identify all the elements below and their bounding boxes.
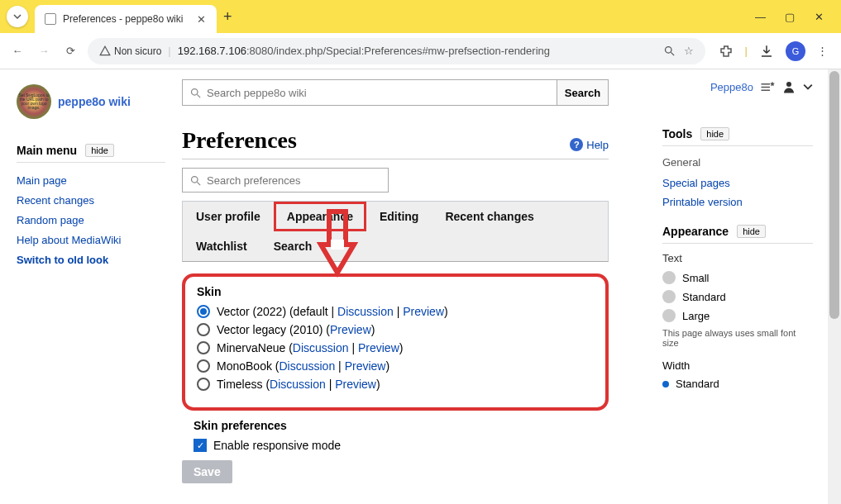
browser-titlebar: Preferences - peppe8o wiki ✕ + — ▢ ✕ [0, 0, 841, 33]
downloads-icon[interactable] [759, 44, 774, 59]
mm-random-page[interactable]: Random page [17, 214, 165, 226]
svg-rect-8 [762, 89, 771, 91]
security-badge[interactable]: Non sicuro [99, 45, 161, 57]
tab-appearance[interactable]: Appearance [274, 202, 366, 231]
close-window-button[interactable]: ✕ [815, 11, 826, 23]
skin-prefs-heading: Skin preferences [194, 419, 597, 432]
size-standard-label: Standard [682, 291, 726, 303]
special-pages-link[interactable]: Special pages [662, 177, 813, 189]
skin-option-monobook: MonoBook (Discussion | Preview) [197, 359, 594, 373]
checkbox-responsive[interactable]: ✓ [194, 439, 207, 452]
chevron-down-icon[interactable] [803, 82, 813, 92]
radio-timeless[interactable] [197, 378, 210, 391]
left-sidebar: Set $wgLogos to the URL path to your own… [0, 69, 182, 504]
skin-section-highlight: Skin Vector (2022) (default | Discussion… [182, 273, 609, 411]
mm-switch-look[interactable]: Switch to old look [17, 254, 165, 266]
appearance-hide[interactable]: hide [737, 225, 766, 238]
star-icon[interactable]: ☆ [684, 45, 694, 57]
preview-link[interactable]: Preview [335, 378, 376, 391]
radio-vectorlegacy[interactable] [197, 323, 210, 336]
svg-rect-6 [762, 83, 771, 85]
tools-title: Tools [662, 127, 692, 140]
svg-point-0 [665, 47, 671, 54]
preview-link[interactable]: Preview [358, 341, 399, 354]
main-content: Search Preferences ? Help User profile A… [182, 69, 628, 504]
close-icon[interactable]: ✕ [195, 13, 207, 26]
save-button[interactable]: Save [182, 460, 232, 483]
wiki-search-input[interactable] [207, 87, 550, 99]
size-large-radio[interactable] [662, 309, 676, 322]
browser-tab[interactable]: Preferences - peppe8o wiki ✕ [35, 5, 217, 33]
pref-search-box[interactable] [182, 168, 389, 193]
appearance-title: Appearance [662, 225, 729, 238]
scrollbar-thumb[interactable] [829, 71, 839, 319]
svg-point-9 [786, 82, 791, 87]
radio-monobook[interactable] [197, 359, 210, 373]
tab-editing[interactable]: Editing [366, 202, 432, 231]
discussion-link[interactable]: Discussion [280, 359, 336, 373]
radio-minerva[interactable] [197, 341, 210, 354]
main-menu-hide[interactable]: hide [85, 144, 114, 157]
radio-vector2022[interactable] [197, 305, 210, 318]
tab-watchlist[interactable]: Watchlist [183, 231, 260, 261]
tab-recent-changes[interactable]: Recent changes [432, 202, 547, 231]
watchlist-icon[interactable] [760, 80, 775, 94]
menu-icon[interactable]: ⋮ [817, 45, 828, 57]
help-link[interactable]: ? Help [570, 138, 609, 151]
tab-search[interactable]: Search [260, 231, 326, 261]
minimize-button[interactable]: — [755, 11, 767, 23]
size-standard-radio[interactable] [662, 290, 676, 303]
tools-hide[interactable]: hide [700, 127, 729, 140]
scrollbar[interactable] [828, 69, 841, 504]
wiki-search-button[interactable]: Search [557, 79, 609, 106]
svg-point-2 [192, 88, 198, 95]
tab-list-button[interactable] [7, 6, 28, 27]
wiki-logo: Set $wgLogos to the URL path to your own… [17, 84, 51, 119]
tab-user-profile[interactable]: User profile [183, 202, 274, 231]
profile-badge[interactable]: G [786, 41, 805, 61]
discussion-link[interactable]: Discussion [293, 341, 349, 354]
preview-link[interactable]: Preview [345, 359, 386, 373]
wiki-search-box[interactable] [182, 79, 557, 106]
mm-main-page[interactable]: Main page [17, 174, 165, 187]
size-small-radio[interactable] [662, 271, 676, 284]
size-small-label: Small [682, 272, 710, 284]
skin-option-vectorlegacy: Vector legacy (2010) (Preview) [197, 323, 594, 336]
browser-toolbar: ← → ⟳ Non sicuro | 192.168.7.106:8080/in… [0, 33, 841, 69]
address-bar[interactable]: Non sicuro | 192.168.7.106:8080/index.ph… [88, 38, 705, 64]
window-controls: — ▢ ✕ [755, 11, 834, 23]
mm-help[interactable]: Help about MediaWiki [17, 234, 165, 246]
printable-version-link[interactable]: Printable version [662, 196, 813, 208]
width-label: Width [662, 359, 813, 372]
skin-preferences: Skin preferences ✓ Enable responsive mod… [182, 419, 609, 452]
new-tab-button[interactable]: + [223, 8, 232, 26]
svg-rect-7 [762, 86, 771, 88]
reload-button[interactable]: ⟳ [61, 45, 79, 57]
main-menu-links: Main page Recent changes Random page Hel… [17, 174, 165, 266]
svg-point-4 [192, 176, 198, 183]
user-link[interactable]: Peppe8o [710, 81, 753, 93]
extensions-icon[interactable] [719, 44, 733, 59]
back-button[interactable]: ← [8, 45, 26, 57]
tab-title: Preferences - peppe8o wiki [63, 13, 189, 25]
favicon [45, 13, 56, 25]
responsive-label: Enable responsive mode [213, 439, 341, 452]
page-title: Preferences [182, 127, 297, 154]
preview-link[interactable]: Preview [330, 323, 371, 336]
mm-recent-changes[interactable]: Recent changes [17, 194, 165, 207]
logo-row[interactable]: Set $wgLogos to the URL path to your own… [17, 84, 165, 119]
svg-line-5 [197, 182, 200, 185]
forward-button[interactable]: → [35, 45, 53, 57]
skin-option-timeless: Timeless (Discussion | Preview) [197, 378, 594, 391]
person-icon[interactable] [781, 79, 796, 94]
url-text: 192.168.7.106:8080/index.php/Special:Pre… [178, 45, 550, 57]
width-standard-radio[interactable] [662, 381, 669, 388]
text-label: Text [662, 252, 813, 264]
pref-search-input[interactable] [207, 174, 381, 187]
preview-link[interactable]: Preview [403, 305, 444, 318]
search-icon[interactable] [663, 45, 676, 57]
discussion-link[interactable]: Discussion [337, 305, 394, 318]
discussion-link[interactable]: Discussion [270, 378, 326, 391]
search-icon [189, 174, 202, 187]
maximize-button[interactable]: ▢ [785, 11, 796, 23]
